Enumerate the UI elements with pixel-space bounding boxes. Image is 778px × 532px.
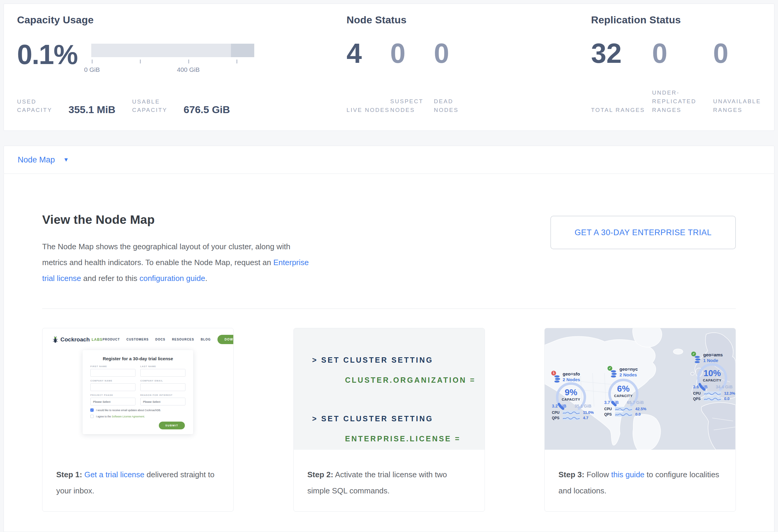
step2-card: > SET CLUSTER SETTING CLUSTER.ORGANIZATI… — [294, 328, 485, 512]
step3-card: 1 geo=sfo 2 Nodes — [544, 328, 736, 512]
used-capacity-label: USED CAPACITY — [17, 97, 63, 114]
nav-item: PRODUCT — [102, 338, 120, 341]
dead-nodes-count: 0 — [434, 40, 478, 67]
database-icon — [610, 370, 617, 378]
chevron-down-icon[interactable]: ▼ — [63, 156, 69, 163]
qps-label: QPS — [552, 416, 563, 420]
capacity-range: 3.7 GiB 65.7 GiB — [604, 400, 644, 405]
step-number: Step 1: — [56, 470, 82, 479]
configuration-guide-link[interactable]: configuration guide — [139, 274, 205, 283]
suspect-nodes-label: SUSPECT NODES — [390, 97, 434, 114]
capacity-usage-title: Capacity Usage — [17, 14, 347, 26]
sql-keyword: SET CLUSTER SETTING — [321, 414, 433, 423]
field-label: PROJECT PHASE — [90, 394, 136, 396]
axis-tick — [237, 60, 237, 63]
this-guide-link[interactable]: this guide — [611, 470, 644, 479]
get-enterprise-trial-button[interactable]: GET A 30-DAY ENTERPRISE TRIAL — [550, 216, 736, 249]
under-replicated-ranges-label: UNDER-REPLICATED RANGES — [652, 88, 713, 114]
live-nodes-count: 4 — [347, 40, 390, 67]
cluster-summary-panel: Capacity Usage 0.1% 0 GiB 400 GiB — [4, 4, 774, 131]
intro-text-block: View the Node Map The Node Map shows the… — [42, 213, 311, 286]
cpu-value: 12.3% — [724, 391, 735, 395]
axis-tick-label: 0 GiB — [84, 66, 100, 73]
locality-node-count: 2 Nodes — [619, 372, 637, 377]
logo-text: Cockroach — [60, 336, 90, 343]
capacity-percent: 10% — [696, 368, 729, 378]
under-replicated-ranges-count: 0 — [652, 40, 713, 67]
download-button: DOWNLOAD — [218, 335, 234, 344]
qps-sparkline — [563, 416, 580, 420]
capacity-used: 3.2 GiB — [552, 404, 566, 408]
capacity-gauge — [555, 381, 588, 414]
trial-registration-form: Register for a 30-day trial license FIRS… — [83, 350, 193, 434]
unavailable-ranges-label: UNAVAILABLE RANGES — [713, 97, 774, 114]
cpu-sparkline — [615, 407, 632, 411]
cpu-value: 11.0% — [583, 410, 594, 415]
field-label: REASON FOR INTEREST — [140, 394, 185, 396]
checkbox-checked-icon: ✓ — [90, 408, 94, 412]
form-field: FIRST NAME — [90, 365, 136, 377]
step1-caption: Step 1: Get a trial license delivered st… — [43, 450, 233, 499]
capacity-bar-track — [91, 44, 254, 57]
checkbox-label: I would like to receive email updates ab… — [96, 409, 161, 412]
step3-node-map-preview: 1 geo=sfo 2 Nodes — [545, 328, 735, 450]
cockroach-icon — [53, 336, 58, 343]
checkbox-text: I agree to the — [96, 415, 111, 418]
qps-sparkline — [615, 412, 632, 416]
capacity-range: 3.6 GiB 34.4 GiB — [693, 384, 732, 389]
cpu-sparkline — [704, 391, 721, 395]
qps-value: 4.7 — [583, 415, 589, 420]
get-trial-license-link[interactable]: Get a trial license — [84, 470, 145, 479]
select-input: Please Select — [90, 398, 136, 405]
sql-command-2: > SET CLUSTER SETTING ENTERPRISE.LICENSE… — [312, 414, 484, 443]
submit-button: SUBMIT — [159, 422, 185, 429]
node-map-image: 1 geo=sfo 2 Nodes — [545, 328, 735, 450]
text-input — [90, 383, 136, 391]
select-input: Please Select — [140, 398, 185, 405]
license-agreement-checkbox-row: I agree to the Software License Agreemen… — [90, 415, 185, 418]
sql-prompt: > — [312, 414, 318, 423]
view-selector-bar[interactable]: Node Map ▼ — [4, 146, 774, 174]
cluster-overview-page: Capacity Usage 0.1% 0 GiB 400 GiB — [0, 0, 778, 532]
replication-status-title: Replication Status — [591, 14, 774, 26]
qps-value: 0.0 — [635, 412, 641, 416]
cpu-meter: CPU 11.0% — [552, 410, 594, 415]
locality-name: geo=ams — [703, 352, 723, 357]
field-label: FIRST NAME — [90, 365, 136, 368]
axis-tick — [188, 60, 189, 63]
intro-paragraph: The Node Map shows the geographical layo… — [42, 239, 311, 286]
locality-node-count: 1 Node — [703, 358, 718, 363]
capacity-used-percent: 0.1% — [17, 41, 77, 77]
capacity-percent: 6% — [607, 384, 640, 394]
capacity-bar-axis: 0 GiB 400 GiB — [91, 58, 254, 77]
qps-label: QPS — [604, 412, 615, 416]
capacity-bar: 0 GiB 400 GiB — [91, 41, 254, 77]
mini-site-nav: PRODUCT CUSTOMERS DOCS RESOURCES BLOG DO… — [102, 335, 234, 344]
cockroach-labs-logo: Cockroach LABS — [53, 336, 102, 343]
replication-status-section: Replication Status 32 0 0 TOTAL RANGES U… — [591, 14, 774, 122]
sql-setting: CLUSTER.ORGANIZATION = — [345, 376, 484, 384]
caption-text: Follow — [585, 470, 611, 479]
qps-meter: QPS 0.0 — [693, 396, 729, 401]
caption-text — [82, 470, 84, 479]
locality-name: geo=sfo — [563, 371, 580, 376]
node-map-dropdown[interactable]: Node Map — [18, 155, 55, 165]
qps-meter: QPS 4.7 — [552, 415, 589, 420]
checkbox-empty-icon — [90, 415, 94, 418]
dead-nodes-label: DEAD NODES — [434, 97, 478, 114]
intro-text: and refer to this — [81, 274, 139, 283]
nav-item: CUSTOMERS — [127, 338, 149, 341]
intro-text: The Node Map shows the geographical layo… — [42, 242, 291, 267]
form-field: LAST NAME — [140, 365, 185, 377]
checkbox-label: I agree to the Software License Agreemen… — [96, 415, 145, 418]
cpu-meter: CPU 12.3% — [693, 391, 735, 395]
cpu-label: CPU — [604, 407, 615, 411]
field-label: COMPANY NAME — [90, 379, 136, 382]
capacity-label: CAPACITY — [696, 379, 729, 382]
locality-name: geo=nyc — [619, 367, 638, 372]
form-field: REASON FOR INTEREST Please Select — [140, 394, 185, 405]
nav-item: BLOG — [201, 338, 211, 341]
nav-item: DOCS — [155, 338, 165, 341]
text-input — [140, 383, 185, 391]
cpu-label: CPU — [552, 410, 563, 415]
